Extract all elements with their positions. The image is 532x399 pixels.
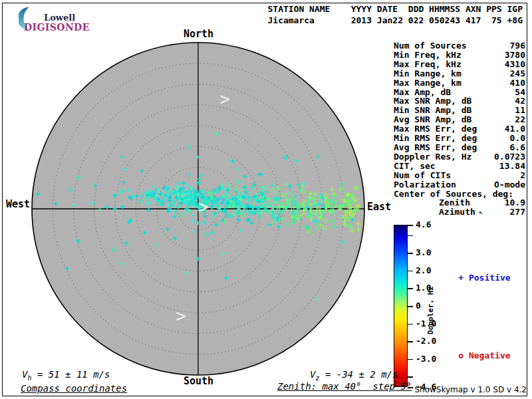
- stats-row: Avg SNR Amp, dB22: [394, 115, 525, 124]
- colorbar-tick-label: 4.6: [416, 219, 431, 229]
- stats-panel: Num of Sources796Min Freq, kHz3780Max Fr…: [394, 41, 525, 217]
- colorbar-tick: [408, 359, 413, 360]
- legend-negative: o Negative: [438, 340, 511, 370]
- legend-negative-label: Negative: [469, 350, 511, 360]
- stats-row: Min Freq, kHz3780: [394, 51, 525, 60]
- colorbar-tick-label: -3.0: [416, 354, 436, 364]
- stats-row: Avg RMS Err, deg6.6: [394, 143, 525, 152]
- colorbar-tick-label: 0: [416, 301, 421, 311]
- zenith-range-caption: Zenith: max 40° step 5°: [277, 381, 412, 392]
- stats-row: Max SNR Amp, dB42: [394, 96, 525, 106]
- colorbar-tick: [408, 376, 413, 378]
- compass-label-south: South: [184, 375, 213, 387]
- skymap-plot: >>>: [12, 23, 384, 395]
- stats-row: Max Amp, dB54: [394, 88, 525, 97]
- stats-row: Max RMS Err, deg41.0: [394, 124, 525, 134]
- colorbar-tick: [408, 288, 413, 289]
- compass-label-east: East: [367, 201, 391, 213]
- colorbar-gradient: [394, 225, 408, 387]
- colorbar-tick: [408, 253, 413, 254]
- stats-row: Num of CITs2: [394, 171, 525, 180]
- stats-row: Azimuth↖277: [394, 207, 525, 217]
- stats-row: Center of Sources, deg:: [394, 190, 525, 199]
- coordinates-caption: Compass coordinates: [21, 383, 127, 394]
- stats-row: Num of Sources796: [394, 41, 525, 51]
- drift-direction-chevron-icon: >: [219, 89, 230, 109]
- colorbar-tick: [408, 306, 413, 307]
- vz-readout: Vz = -34 ± 2 m/s: [310, 369, 398, 382]
- logo-lowell-text: Lowell: [44, 13, 75, 23]
- legend-positive-label: Positive: [469, 273, 511, 283]
- colorbar-tick-label: -2.0: [416, 336, 436, 346]
- azimuth-direction-arrow-icon: ↖: [474, 207, 484, 219]
- stats-row: Doppler Res, Hz0.0723: [394, 152, 525, 162]
- stats-row: Min Range, km245: [394, 69, 525, 78]
- stats-row: Max Range, km410: [394, 78, 525, 88]
- stats-row: Zenith10.9: [394, 198, 525, 207]
- compass-label-west: West: [6, 198, 30, 210]
- colorbar-tick-label: 3.0: [416, 247, 431, 257]
- legend-positive: + Positive: [438, 263, 511, 293]
- drift-direction-chevron-icon: >: [176, 306, 186, 326]
- colorbar-tick-label: 2.0: [416, 265, 431, 275]
- colorbar-tick: [408, 341, 413, 342]
- header-columns: STATION NAME YYYY DATE DDD HHMMSS AXN PP…: [267, 4, 523, 15]
- colorbar-axis-label: Doppler, Hz: [426, 286, 435, 334]
- stats-row: Min RMS Err, deg0.0: [394, 134, 525, 143]
- colorbar-tick: [408, 324, 413, 325]
- colorbar-tick: [408, 271, 413, 272]
- skymap-screen: Lowell DIGISONDE STATION NAME YYYY DATE …: [0, 0, 532, 399]
- stats-row: Max Freq, kHz4310: [394, 60, 525, 69]
- colorbar-tick: [408, 235, 413, 237]
- version-text: ShowSkymap v 1.0 SD v 4.2: [414, 385, 527, 394]
- stats-row: Min SNR Amp, dB11: [394, 106, 525, 115]
- drift-direction-chevron-icon: >: [198, 197, 209, 217]
- vh-readout: Vh = 51 ± 11 m/s: [22, 369, 110, 382]
- negative-marker-icon: o: [458, 350, 464, 360]
- compass-label-north: North: [184, 28, 213, 40]
- colorbar-tick: [408, 225, 413, 226]
- stats-row: CIT, sec13.84: [394, 162, 525, 171]
- positive-marker-icon: +: [458, 273, 464, 283]
- stats-row: PolarizationO-mode: [394, 180, 525, 190]
